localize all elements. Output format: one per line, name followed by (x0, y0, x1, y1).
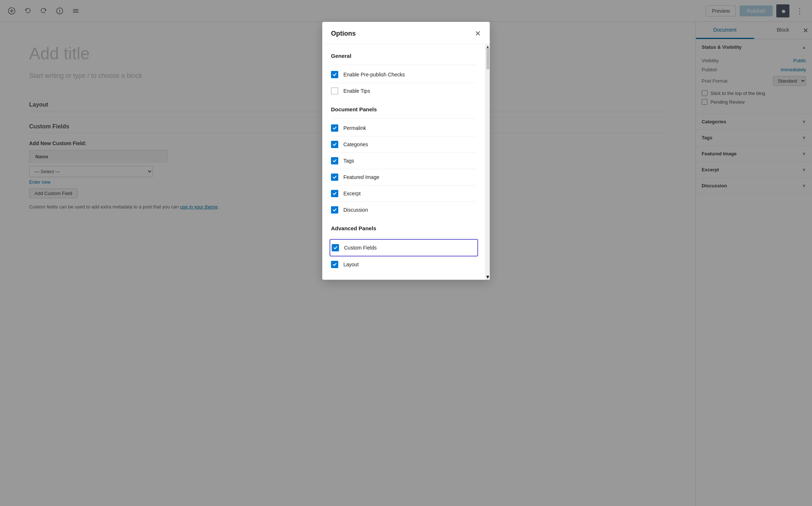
modal-close-button[interactable]: ✕ (475, 29, 481, 38)
categories-label: Categories (343, 142, 368, 147)
modal-item-custom-fields: Custom Fields (330, 239, 478, 256)
layout-label: Layout (343, 262, 359, 267)
scroll-down-arrow[interactable]: ▼ (486, 274, 490, 280)
advanced-panels-divider (331, 237, 477, 238)
discussion-checkbox[interactable] (331, 206, 338, 214)
modal-item-permalink: Permalink (331, 120, 477, 136)
modal-title: Options (331, 30, 356, 37)
modal-scrollbar[interactable]: ▲ ▼ (485, 44, 490, 280)
custom-fields-label: Custom Fields (344, 245, 377, 251)
tips-checkbox[interactable] (331, 87, 338, 95)
featured-image-checkbox[interactable] (331, 174, 338, 181)
modal-item-layout: Layout (331, 256, 477, 272)
advanced-panels-title: Advanced Panels (331, 225, 477, 231)
tags-label: Tags (343, 158, 354, 164)
layout-checkbox[interactable] (331, 261, 338, 268)
custom-fields-checkbox[interactable] (332, 244, 339, 251)
permalink-label: Permalink (343, 125, 366, 131)
excerpt-checkbox[interactable] (331, 190, 338, 197)
general-section: General Enable Pre-publish Checks Enable… (331, 53, 477, 99)
excerpt-label: Excerpt (343, 191, 360, 196)
modal-header: Options ✕ (322, 22, 490, 44)
pre-publish-checkbox[interactable] (331, 71, 338, 78)
featured-image-label: Featured Image (343, 174, 379, 180)
document-panels-divider (331, 118, 477, 119)
scrollbar-thumb[interactable] (486, 48, 489, 69)
pre-publish-label: Enable Pre-publish Checks (343, 72, 405, 77)
general-divider (331, 65, 477, 65)
tags-checkbox[interactable] (331, 157, 338, 164)
document-panels-section: Document Panels Permalink Categories (331, 106, 477, 218)
modal-item-featured-image: Featured Image (331, 169, 477, 186)
categories-checkbox[interactable] (331, 141, 338, 148)
modal-scrollbar-wrapper: General Enable Pre-publish Checks Enable… (322, 44, 490, 280)
options-modal: Options ✕ General Enable Pre-publish Che… (322, 22, 490, 280)
modal-item-pre-publish: Enable Pre-publish Checks (331, 67, 477, 83)
modal-item-categories: Categories (331, 136, 477, 153)
modal-item-tags: Tags (331, 153, 477, 169)
general-section-title: General (331, 53, 477, 59)
modal-item-discussion: Discussion (331, 202, 477, 218)
modal-item-tips: Enable Tips (331, 83, 477, 99)
modal-item-excerpt: Excerpt (331, 186, 477, 202)
modal-body: General Enable Pre-publish Checks Enable… (322, 44, 485, 280)
advanced-panels-section: Advanced Panels Custom Fields Layout (331, 225, 477, 272)
tips-label: Enable Tips (343, 88, 370, 94)
discussion-label: Discussion (343, 207, 368, 213)
permalink-checkbox[interactable] (331, 124, 338, 132)
modal-overlay[interactable]: Options ✕ General Enable Pre-publish Che… (0, 0, 812, 506)
document-panels-title: Document Panels (331, 106, 477, 112)
